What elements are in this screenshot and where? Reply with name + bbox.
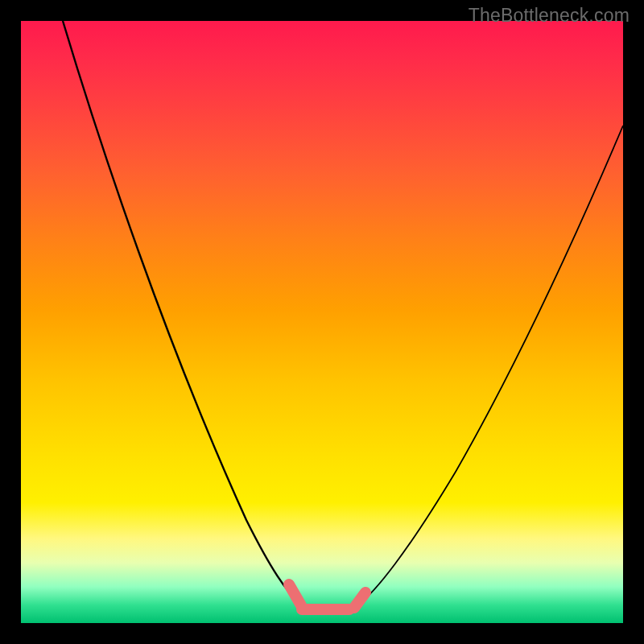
svg-line-2 [354, 592, 365, 608]
left-curve [63, 21, 301, 605]
floor-markers [289, 584, 365, 609]
right-curve [357, 126, 623, 605]
chart-curves [21, 21, 623, 623]
svg-line-0 [289, 584, 301, 605]
